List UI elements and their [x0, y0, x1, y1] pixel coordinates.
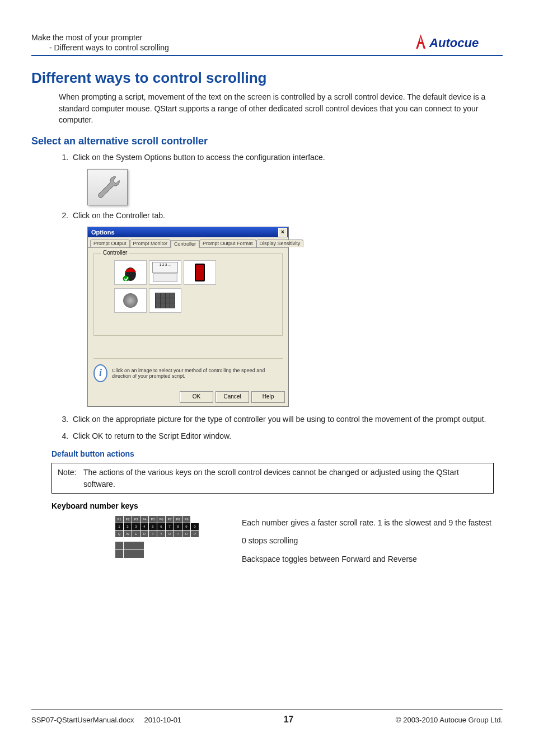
kbd-text-3: Backspace toggles between Forward and Re… — [242, 553, 503, 565]
step-2: Click on the Controller tab. — [71, 210, 503, 221]
controller-grid: 1 2 3 ... — [114, 260, 278, 313]
keyboard-strip-figure: F1F2F3F4F5F6F7F8F9 1234567890 QWERTYUIOP — [115, 516, 219, 537]
shuttle-icon — [195, 264, 205, 281]
tab-prompt-monitor[interactable]: Prompt Monitor — [130, 240, 171, 247]
header-line1: Make the most of your prompter — [31, 32, 169, 43]
page-footer: SSP07-QStartUserManual.docx 2010-10-01 1… — [31, 710, 503, 725]
footer-doc: SSP07-QStartUserManual.docx — [31, 716, 134, 724]
dialog-title: Options — [91, 229, 115, 236]
info-text: Click on an image to select your method … — [112, 368, 283, 379]
footer-date: 2010-10-01 — [144, 716, 182, 724]
step-3: Click on the appropriate picture for the… — [71, 414, 503, 425]
kbd-text-2: 0 stops scrolling — [242, 535, 503, 546]
autocue-logo: Autocue — [413, 32, 503, 51]
controller-shuttle[interactable] — [184, 260, 216, 285]
dialog-body: Controller 1 2 3 ... — [88, 248, 288, 388]
step-4: Click OK to return to the Script Editor … — [71, 430, 503, 442]
fieldset-legend: Controller — [101, 250, 129, 256]
info-row: i Click on an image to select your metho… — [93, 358, 283, 382]
tab-controller[interactable]: Controller — [171, 240, 199, 248]
dialog-tabs: Prompt Output Prompt Monitor Controller … — [88, 237, 288, 248]
keyboard-icon: 1 2 3 ... — [152, 262, 178, 283]
note-text: The actions of the various keys on the s… — [58, 467, 488, 490]
wrench-icon — [87, 169, 128, 205]
header-line2: - Different ways to control scrolling — [31, 43, 169, 53]
footer-page: 17 — [284, 715, 294, 725]
svg-rect-3 — [154, 274, 176, 281]
controller-mouse[interactable] — [114, 260, 147, 285]
section-select-controller: Select an alternative scroll controller — [31, 135, 503, 147]
tab-prompt-output[interactable]: Prompt Output — [90, 240, 130, 247]
keyboard-keys-heading: Keyboard number keys — [51, 501, 503, 510]
page-header: Make the most of your prompter - Differe… — [31, 32, 503, 56]
footer-copyright: © 2003-2010 Autocue Group Ltd. — [396, 716, 503, 724]
close-icon[interactable]: × — [278, 228, 287, 237]
tab-prompt-output-format[interactable]: Prompt Output Format — [199, 240, 256, 247]
keyboard-section: F1F2F3F4F5F6F7F8F9 1234567890 QWERTYUIOP… — [31, 514, 503, 571]
steps-list: Click on the System Options button to ac… — [71, 152, 503, 163]
controller-numpad[interactable] — [149, 288, 181, 313]
controller-jog[interactable] — [114, 288, 147, 313]
dialog-titlebar: Options × — [88, 227, 288, 237]
page-title: Different ways to control scrolling — [31, 69, 503, 87]
default-actions-heading: Default button actions — [51, 449, 503, 458]
options-dialog: Options × Prompt Output Prompt Monitor C… — [87, 227, 289, 407]
steps-list-2: Click on the Controller tab. — [71, 210, 503, 221]
controller-fieldset: Controller 1 2 3 ... — [93, 253, 283, 336]
step-1: Click on the System Options button to ac… — [71, 152, 503, 163]
backspace-figure — [115, 542, 148, 558]
header-breadcrumb: Make the most of your prompter - Differe… — [31, 32, 169, 53]
note-label: Note: — [58, 467, 76, 478]
steps-list-3: Click on the appropriate picture for the… — [71, 414, 503, 442]
mouse-icon — [123, 264, 138, 281]
note-box: Note: The actions of the various keys on… — [51, 463, 494, 494]
help-button[interactable]: Help — [251, 391, 285, 403]
dialog-buttons: OK Cancel Help — [88, 388, 288, 406]
cancel-button[interactable]: Cancel — [216, 391, 249, 403]
logo-text: Autocue — [429, 36, 479, 50]
numpad-icon — [155, 293, 175, 308]
kbd-text-1: Each number gives a faster scroll rate. … — [242, 517, 503, 528]
system-options-button-figure — [87, 169, 503, 205]
controller-keyboard[interactable]: 1 2 3 ... — [149, 260, 181, 285]
intro-paragraph: When prompting a script, movement of the… — [59, 91, 503, 125]
ok-button[interactable]: OK — [180, 391, 213, 403]
info-icon: i — [93, 364, 107, 382]
jog-icon — [123, 293, 138, 308]
tab-display-sensitivity[interactable]: Display Sensitivity — [256, 240, 304, 247]
keyboard-label: 1 2 3 ... — [152, 262, 178, 273]
